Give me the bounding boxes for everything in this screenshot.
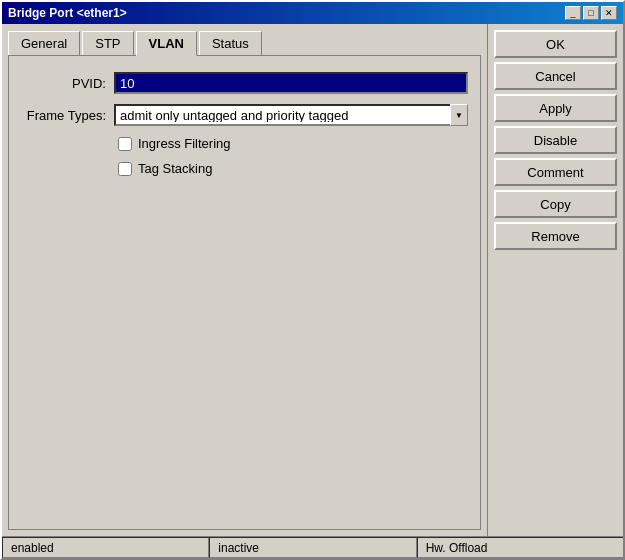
tag-stacking-checkbox[interactable] [118, 162, 132, 176]
pvid-input[interactable] [114, 72, 468, 94]
comment-button[interactable]: Comment [494, 158, 617, 186]
ingress-filtering-row: Ingress Filtering [118, 136, 468, 151]
tab-general[interactable]: General [8, 31, 80, 56]
side-panel: OK Cancel Apply Disable Comment Copy Rem… [488, 24, 623, 536]
content-area: General STP VLAN Status PVID: Frame Type… [2, 24, 623, 536]
window-title: Bridge Port <ether1> [8, 6, 127, 20]
copy-button[interactable]: Copy [494, 190, 617, 218]
close-button[interactable]: ✕ [601, 6, 617, 20]
status-bar: enabled inactive Hw. Offload [2, 536, 623, 558]
tab-content-vlan: PVID: Frame Types: admit only untagged a… [8, 55, 481, 530]
frame-types-label: Frame Types: [21, 108, 106, 123]
tab-stp[interactable]: STP [82, 31, 133, 56]
tag-stacking-label: Tag Stacking [138, 161, 212, 176]
frame-types-select[interactable]: admit only untagged and priority tagged … [114, 104, 468, 126]
pvid-row: PVID: [21, 72, 468, 94]
status-enabled: enabled [2, 537, 209, 558]
tab-vlan[interactable]: VLAN [136, 31, 197, 56]
ingress-filtering-label: Ingress Filtering [138, 136, 230, 151]
window: Bridge Port <ether1> _ □ ✕ General STP V… [0, 0, 625, 560]
ok-button[interactable]: OK [494, 30, 617, 58]
frame-types-wrapper: admit only untagged and priority tagged … [114, 104, 468, 126]
remove-button[interactable]: Remove [494, 222, 617, 250]
apply-button[interactable]: Apply [494, 94, 617, 122]
title-bar: Bridge Port <ether1> _ □ ✕ [2, 2, 623, 24]
tag-stacking-row: Tag Stacking [118, 161, 468, 176]
select-arrow-icon[interactable]: ▼ [450, 104, 468, 126]
status-hw-offload: Hw. Offload [417, 537, 623, 558]
frame-types-row: Frame Types: admit only untagged and pri… [21, 104, 468, 126]
tabs: General STP VLAN Status [8, 30, 481, 55]
ingress-filtering-checkbox[interactable] [118, 137, 132, 151]
cancel-button[interactable]: Cancel [494, 62, 617, 90]
title-bar-buttons: _ □ ✕ [565, 6, 617, 20]
disable-button[interactable]: Disable [494, 126, 617, 154]
maximize-button[interactable]: □ [583, 6, 599, 20]
tab-status[interactable]: Status [199, 31, 262, 56]
status-inactive: inactive [209, 537, 416, 558]
pvid-label: PVID: [21, 76, 106, 91]
main-panel: General STP VLAN Status PVID: Frame Type… [2, 24, 488, 536]
minimize-button[interactable]: _ [565, 6, 581, 20]
